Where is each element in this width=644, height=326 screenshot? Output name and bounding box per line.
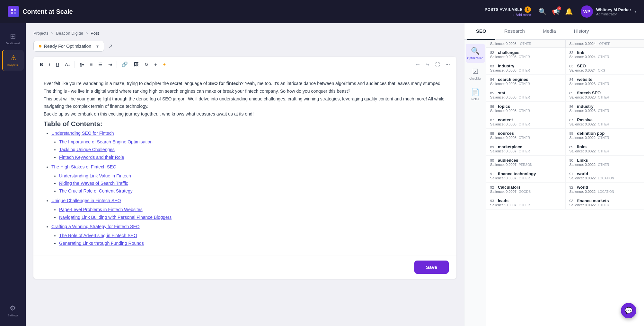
sparkle-button[interactable]: ✦: [160, 60, 169, 69]
underline-button[interactable]: U: [53, 60, 62, 69]
keywords-table: 82challengesSalience: 0.0008 OTHER82link…: [486, 48, 644, 210]
intro-p2: The thing is - we live in a digital worl…: [44, 88, 446, 95]
toc-item-1-1: The Importance of Search Engine Optimisa…: [59, 138, 446, 146]
status-dropdown[interactable]: Ready For Optimization ▾: [33, 41, 104, 52]
kw-cell-right: 85fintech SEOSalience: 0.0023 OTHER: [565, 88, 644, 101]
external-link-icon[interactable]: ↗: [108, 43, 113, 50]
notification-icon[interactable]: 🔔: [565, 8, 573, 15]
toc-link-1[interactable]: Understanding SEO for Fintech: [51, 131, 114, 136]
top-header: Content at Scale POSTS AVAILABLE 1 + Add…: [0, 0, 644, 23]
settings-icon: ⚙: [10, 304, 16, 313]
projects-label: Projects i: [7, 64, 19, 67]
font-button[interactable]: A↓: [62, 60, 73, 69]
toc-link-2[interactable]: The High Stakes of Fintech SEO: [51, 164, 116, 169]
toc-link-4-2[interactable]: Generating Links through Funding Rounds: [59, 241, 144, 246]
settings-label: Settings: [8, 314, 18, 317]
toc-item-2-2: Riding the Waves of Search Traffic: [59, 180, 446, 187]
rotate-button[interactable]: ↻: [142, 60, 151, 69]
add-more-link[interactable]: + Add more: [513, 13, 531, 17]
kw-cell-left: 86topicsSalience: 0.0008 OTHER: [486, 102, 565, 115]
search-icon[interactable]: 🔍: [539, 8, 547, 15]
keyword-seo-fintech: SEO for fintech: [208, 81, 241, 86]
toc-link-4[interactable]: Crafting a Winning Strategy for Fintech …: [51, 224, 140, 229]
checklist-icon: ☑: [472, 67, 479, 76]
image-button[interactable]: 🖼: [131, 60, 141, 69]
kw-cell-left: 89marketplaceSalience: 0.0007 OTHER: [486, 142, 565, 155]
toc-link-3-1[interactable]: Page-Level Problems in Fintech Websites: [59, 207, 143, 212]
tab-history[interactable]: History: [565, 23, 598, 39]
breadcrumb-beacon[interactable]: Beacon Digital: [56, 31, 83, 36]
svg-rect-2: [11, 12, 13, 14]
table-row: 85statSalience: 0.0008 OTHER85fintech SE…: [486, 88, 644, 102]
more-button[interactable]: ⋯: [443, 60, 453, 69]
keywords-panel: Salience: 0.0008 OTHER Salience: 0.0024 …: [486, 40, 644, 326]
side-icon-optimization[interactable]: 🔍 Optimization: [466, 44, 485, 63]
nav-item-dashboard[interactable]: ⊞ Dashboard: [2, 28, 24, 49]
breadcrumb-sep1: >: [51, 31, 54, 36]
table-row: 83industrySalience: 0.0008 OTHER83SEOSal…: [486, 61, 644, 75]
chat-bubble[interactable]: 💬: [621, 303, 636, 318]
kw-cell-left: 85statSalience: 0.0008 OTHER: [486, 88, 565, 101]
kw-cell-right: 83SEOSalience: 0.0024 ORG: [565, 61, 644, 74]
toc-item-4-2: Generating Links through Funding Rounds: [59, 240, 446, 247]
prev-right-salience: Salience: 0.0024 OTHER: [565, 40, 644, 47]
kw-cell-left: 83industrySalience: 0.0008 OTHER: [486, 61, 565, 74]
align-left-button[interactable]: ≡: [87, 60, 95, 69]
svg-rect-3: [14, 12, 16, 14]
italic-button[interactable]: I: [46, 60, 53, 69]
svg-rect-0: [11, 9, 13, 11]
editor-content[interactable]: Ever felt like you're wandering in a maz…: [33, 72, 456, 255]
side-icon-checklist[interactable]: ☑ Checklist: [466, 64, 485, 83]
undo-button[interactable]: ↩: [413, 60, 422, 69]
nav-item-settings[interactable]: ⚙ Settings: [2, 300, 24, 321]
bold-button[interactable]: B: [37, 60, 46, 69]
intro-p4: Buckle up as we embark on this exciting …: [44, 110, 446, 118]
megaphone-icon[interactable]: 📢 2: [552, 8, 560, 15]
optimization-icon: 🔍: [471, 47, 480, 55]
kw-cell-right: 84websiteSalience: 0.0023 OTHER: [565, 75, 644, 88]
posts-available-area: POSTS AVAILABLE 1 + Add more: [485, 6, 531, 17]
table-row: 90audiencesSalience: 0.0007 PERSON90Link…: [486, 156, 644, 169]
table-row: 88sourcesSalience: 0.0008 OTHER88definit…: [486, 129, 644, 142]
left-nav: ⊞ Dashboard ⚠ Projects i ⚙ Settings: [0, 23, 26, 326]
user-area[interactable]: WP Whitney M Parker Administrator ▾: [581, 5, 636, 18]
link-button[interactable]: 🔗: [119, 59, 130, 69]
logo-area: Content at Scale: [8, 6, 73, 17]
toc-link-2-2[interactable]: Riding the Waves of Search Traffic: [59, 181, 128, 186]
table-row: 93leadsSalience: 0.0007 OTHER93finance m…: [486, 196, 644, 210]
user-dropdown-icon: ▾: [634, 9, 636, 14]
expand-button[interactable]: ⛶: [433, 60, 442, 69]
toc-item-2-1: Understanding Link Value in Fintech: [59, 172, 446, 180]
right-tabs: SEO Research Media History: [464, 23, 644, 40]
toc-link-4-1[interactable]: The Role of Advertising in Fintech SEO: [59, 233, 137, 238]
nav-item-projects[interactable]: ⚠ Projects i: [2, 50, 24, 71]
toc-link-1-3[interactable]: Fintech Keywords and their Role: [59, 155, 124, 160]
tab-research[interactable]: Research: [495, 23, 534, 39]
redo-button[interactable]: ↪: [423, 60, 432, 69]
indent-button[interactable]: ⇥: [106, 60, 115, 69]
add-button[interactable]: +: [152, 60, 159, 69]
toc-link-2-1[interactable]: Understanding Link Value in Fintech: [59, 173, 131, 178]
kw-cell-right: 93finance marketsSalience: 0.0022 OTHER: [565, 196, 644, 209]
toc-link-1-1[interactable]: The Importance of Search Engine Optimisa…: [59, 139, 153, 144]
toc-link-1-2[interactable]: Tackling Unique Challenges: [59, 147, 115, 152]
table-row: 82challengesSalience: 0.0008 OTHER82link…: [486, 48, 644, 61]
toolbar-sep1: [75, 61, 75, 68]
toc-item-1-3: Fintech Keywords and their Role: [59, 154, 446, 161]
tab-media[interactable]: Media: [534, 23, 565, 39]
tab-seo[interactable]: SEO: [467, 23, 495, 40]
app-name: Content at Scale: [22, 8, 73, 15]
toc-link-3[interactable]: Unique Challenges in Fintech SEO: [51, 198, 121, 203]
editor-area: Projects > Beacon Digital > Post Ready F…: [26, 23, 464, 326]
para-button[interactable]: ¶▾: [77, 60, 87, 69]
toc-link-3-2[interactable]: Navigating Link Building with Personal F…: [59, 215, 172, 220]
dashboard-icon: ⊞: [10, 32, 16, 40]
kw-cell-left: 91finance technologySalience: 0.0007 OTH…: [486, 169, 565, 182]
breadcrumb-projects[interactable]: Projects: [33, 31, 49, 36]
toc-link-2-3[interactable]: The Crucial Role of Content Strategy: [59, 188, 133, 193]
align-center-button[interactable]: ☰: [96, 60, 105, 69]
save-button[interactable]: Save: [414, 261, 449, 274]
prev-left-salience: Salience: 0.0008 OTHER: [486, 40, 565, 47]
logo-icon: [8, 6, 19, 17]
side-icon-notes[interactable]: 📄 Notes: [466, 85, 485, 104]
